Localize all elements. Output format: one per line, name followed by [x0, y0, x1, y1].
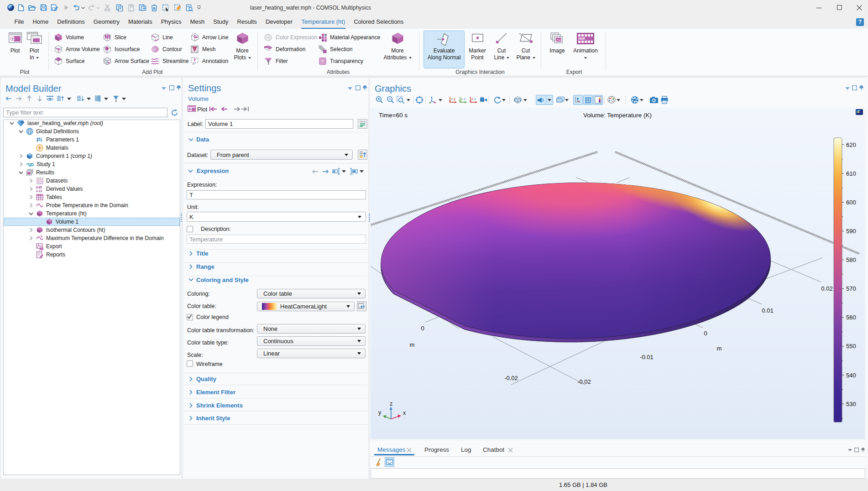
svg-text:0.01: 0.01 [762, 307, 773, 314]
svg-text:0.02: 0.02 [821, 285, 832, 292]
svg-text:z: z [390, 401, 392, 407]
svg-text:570: 570 [846, 285, 856, 292]
svg-text:600: 600 [846, 199, 856, 206]
svg-text:8.85: 8.85 [36, 186, 42, 189]
svg-text:Time=60 s: Time=60 s [379, 112, 408, 119]
svg-text:e-12: e-12 [36, 189, 42, 193]
svg-text:x: x [403, 410, 406, 416]
svg-text:580: 580 [846, 256, 856, 263]
svg-text:540: 540 [846, 372, 856, 379]
svg-text:610: 610 [846, 170, 856, 177]
svg-text:590: 590 [846, 228, 856, 235]
svg-text:620: 620 [846, 141, 856, 148]
svg-text:0: 0 [704, 330, 707, 337]
svg-text:z: z [474, 97, 476, 101]
svg-text:560: 560 [846, 314, 856, 321]
svg-text:y: y [378, 409, 382, 416]
svg-text:y: y [454, 97, 455, 101]
svg-text:y: y [461, 97, 463, 101]
svg-text:z: z [464, 97, 465, 101]
svg-text:x: x [471, 97, 473, 101]
svg-text:530: 530 [846, 401, 856, 407]
svg-text:m: m [410, 341, 415, 348]
svg-text:-0.02: -0.02 [577, 378, 591, 385]
svg-text:-0.01: -0.01 [640, 354, 654, 360]
svg-text:P: P [37, 136, 41, 143]
svg-text:Volume: Temperature (K): Volume: Temperature (K) [583, 112, 652, 119]
svg-text:m: m [717, 345, 722, 352]
svg-text:550: 550 [846, 343, 856, 350]
svg-text:x: x [451, 97, 453, 101]
svg-text:0: 0 [421, 325, 424, 332]
svg-text:-0.02: -0.02 [504, 375, 518, 381]
